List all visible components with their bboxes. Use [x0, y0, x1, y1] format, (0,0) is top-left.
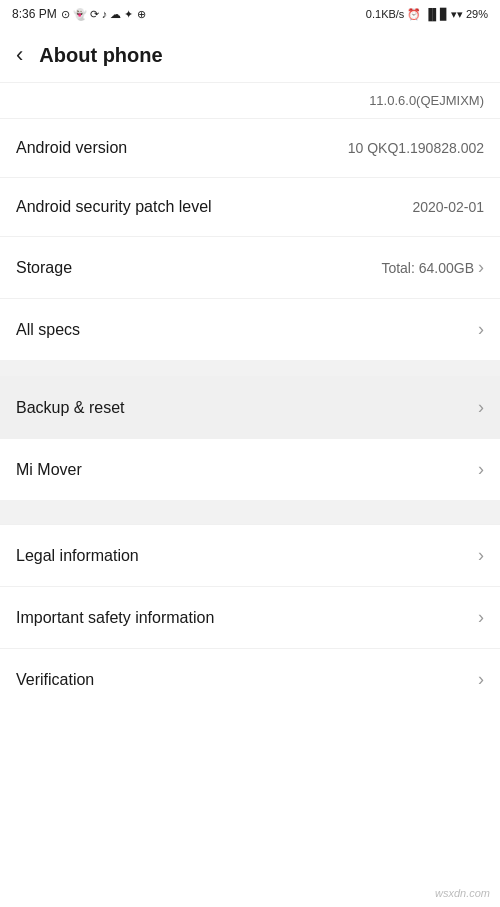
- settings-item-right-storage: Total: 64.00GB›: [381, 257, 484, 278]
- settings-item-right-legal-info: ›: [478, 545, 484, 566]
- notification-icons: ⊙ 👻 ⟳ ♪ ☁ ✦ ⊕: [61, 8, 146, 21]
- time-display: 8:36 PM: [12, 7, 57, 21]
- settings-item-right-all-specs: ›: [478, 319, 484, 340]
- network-speed: 0.1KB/s: [366, 8, 405, 20]
- settings-item-right-backup-reset: ›: [478, 397, 484, 418]
- settings-value-security-patch: 2020-02-01: [412, 199, 484, 215]
- status-right: 0.1KB/s ⏰ ▐▌▊ ▾▾ 29%: [366, 8, 488, 21]
- settings-item-label-wrapper: Storage: [16, 259, 72, 277]
- settings-item-right-android-version: 10 QKQ1.190828.002: [348, 140, 484, 156]
- settings-label-storage: Storage: [16, 259, 72, 277]
- chevron-icon-storage: ›: [478, 257, 484, 278]
- status-left: 8:36 PM ⊙ 👻 ⟳ ♪ ☁ ✦ ⊕: [12, 7, 146, 21]
- settings-label-backup-reset: Backup & reset: [16, 399, 125, 417]
- settings-label-safety-info: Important safety information: [16, 609, 214, 627]
- settings-item-all-specs[interactable]: All specs›: [0, 298, 500, 360]
- chevron-icon-mi-mover: ›: [478, 459, 484, 480]
- chevron-icon-safety-info: ›: [478, 607, 484, 628]
- settings-value-android-version: 10 QKQ1.190828.002: [348, 140, 484, 156]
- back-button[interactable]: ‹: [16, 42, 23, 68]
- settings-item-mi-mover[interactable]: Mi Mover›: [0, 438, 500, 500]
- settings-item-label-wrapper: Android version: [16, 139, 127, 157]
- settings-label-all-specs: All specs: [16, 321, 80, 339]
- settings-item-label-wrapper: Important safety information: [16, 609, 214, 627]
- settings-item-label-wrapper: Verification: [16, 671, 94, 689]
- chevron-icon-all-specs: ›: [478, 319, 484, 340]
- settings-item-label-wrapper: Backup & reset: [16, 399, 125, 417]
- chevron-icon-backup-reset: ›: [478, 397, 484, 418]
- settings-item-right-verification: ›: [478, 669, 484, 690]
- wifi-icon: ▾▾: [451, 8, 463, 21]
- version-row: 11.0.6.0(QEJMIXM): [0, 83, 500, 118]
- backup-section: Backup & reset›Mi Mover›: [0, 376, 500, 500]
- settings-value-storage: Total: 64.00GB: [381, 260, 474, 276]
- settings-item-label-wrapper: Mi Mover: [16, 461, 82, 479]
- version-text: 11.0.6.0(QEJMIXM): [369, 93, 484, 108]
- settings-item-backup-reset[interactable]: Backup & reset›: [0, 376, 500, 438]
- settings-item-security-patch[interactable]: Android security patch level2020-02-01: [0, 177, 500, 236]
- phone-info-section: Android version10 QKQ1.190828.002Android…: [0, 118, 500, 360]
- settings-item-label-wrapper: Android security patch level: [16, 198, 212, 216]
- settings-label-verification: Verification: [16, 671, 94, 689]
- settings-item-label-wrapper: Legal information: [16, 547, 139, 565]
- settings-label-mi-mover: Mi Mover: [16, 461, 82, 479]
- battery-level: 29%: [466, 8, 488, 20]
- settings-label-android-version: Android version: [16, 139, 127, 157]
- content-area: 11.0.6.0(QEJMIXM) Android version10 QKQ1…: [0, 83, 500, 710]
- settings-item-legal-info[interactable]: Legal information›: [0, 524, 500, 586]
- watermark: wsxdn.com: [435, 887, 490, 899]
- settings-label-security-patch: Android security patch level: [16, 198, 212, 216]
- settings-item-right-mi-mover: ›: [478, 459, 484, 480]
- page-title: About phone: [39, 44, 162, 67]
- settings-item-android-version[interactable]: Android version10 QKQ1.190828.002: [0, 118, 500, 177]
- settings-item-verification[interactable]: Verification›: [0, 648, 500, 710]
- settings-item-safety-info[interactable]: Important safety information›: [0, 586, 500, 648]
- legal-section: Legal information›Important safety infor…: [0, 524, 500, 710]
- settings-label-legal-info: Legal information: [16, 547, 139, 565]
- settings-item-right-security-patch: 2020-02-01: [412, 199, 484, 215]
- signal-bars: ▐▌▊: [424, 8, 448, 21]
- settings-item-storage[interactable]: StorageTotal: 64.00GB›: [0, 236, 500, 298]
- alarm-icon: ⏰: [407, 8, 421, 21]
- section-spacer-1: [0, 360, 500, 376]
- status-bar: 8:36 PM ⊙ 👻 ⟳ ♪ ☁ ✦ ⊕ 0.1KB/s ⏰ ▐▌▊ ▾▾ 2…: [0, 0, 500, 28]
- section-spacer-2: [0, 500, 500, 524]
- settings-item-right-safety-info: ›: [478, 607, 484, 628]
- settings-item-label-wrapper: All specs: [16, 321, 80, 339]
- page-header: ‹ About phone: [0, 28, 500, 83]
- chevron-icon-verification: ›: [478, 669, 484, 690]
- chevron-icon-legal-info: ›: [478, 545, 484, 566]
